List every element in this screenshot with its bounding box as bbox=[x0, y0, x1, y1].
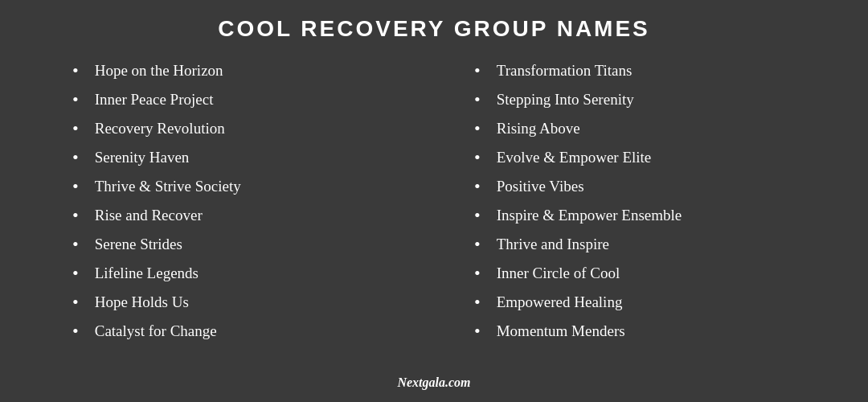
list-item: • Inspire & Empower Ensemble bbox=[434, 201, 836, 230]
bullet-icon: • bbox=[72, 263, 79, 284]
item-text: Hope Holds Us bbox=[95, 293, 189, 311]
bullet-icon: • bbox=[72, 176, 79, 197]
list-item: • Rising Above bbox=[434, 114, 836, 143]
item-text: Inspire & Empower Ensemble bbox=[497, 207, 682, 224]
bullet-icon: • bbox=[474, 321, 481, 342]
bullet-icon: • bbox=[474, 118, 481, 139]
bullet-icon: • bbox=[72, 60, 79, 81]
item-text: Catalyst for Change bbox=[95, 322, 217, 340]
list-item: • Thrive & Strive Society bbox=[32, 172, 434, 201]
left-column: • Hope on the Horizon • Inner Peace Proj… bbox=[32, 56, 434, 371]
bullet-icon: • bbox=[474, 292, 481, 313]
list-item: • Hope on the Horizon bbox=[32, 56, 434, 85]
item-text: Momentum Menders bbox=[497, 322, 625, 340]
item-text: Transformation Titans bbox=[497, 62, 633, 80]
bullet-icon: • bbox=[72, 205, 79, 226]
item-text: Positive Vibes bbox=[497, 178, 584, 195]
bullet-icon: • bbox=[474, 234, 481, 255]
item-text: Stepping Into Serenity bbox=[497, 91, 634, 109]
item-text: Serene Strides bbox=[95, 236, 182, 253]
list-item: • Lifeline Legends bbox=[32, 259, 434, 288]
content-columns: • Hope on the Horizon • Inner Peace Proj… bbox=[32, 56, 836, 371]
bullet-icon: • bbox=[72, 89, 79, 110]
footer-credit: Nextgala.com bbox=[32, 371, 836, 390]
item-text: Lifeline Legends bbox=[95, 265, 199, 282]
item-text: Hope on the Horizon bbox=[95, 62, 223, 80]
item-text: Evolve & Empower Elite bbox=[497, 149, 652, 166]
list-item: • Inner Circle of Cool bbox=[434, 259, 836, 288]
list-item: • Inner Peace Project bbox=[32, 85, 434, 114]
main-container: COOL RECOVERY GROUP NAMES • Hope on the … bbox=[0, 0, 868, 402]
item-text: Serenity Haven bbox=[95, 149, 190, 166]
item-text: Thrive and Inspire bbox=[497, 236, 609, 253]
bullet-icon: • bbox=[474, 263, 481, 284]
bullet-icon: • bbox=[474, 205, 481, 226]
item-text: Recovery Revolution bbox=[95, 120, 225, 137]
item-text: Rise and Recover bbox=[95, 207, 203, 224]
list-item: • Rise and Recover bbox=[32, 201, 434, 230]
list-item: • Empowered Healing bbox=[434, 288, 836, 317]
list-item: • Positive Vibes bbox=[434, 172, 836, 201]
item-text: Inner Peace Project bbox=[95, 91, 214, 109]
bullet-icon: • bbox=[72, 292, 79, 313]
right-column: • Transformation Titans • Stepping Into … bbox=[434, 56, 836, 371]
item-text: Rising Above bbox=[497, 120, 580, 137]
list-item: • Recovery Revolution bbox=[32, 114, 434, 143]
bullet-icon: • bbox=[474, 176, 481, 197]
item-text: Empowered Healing bbox=[497, 293, 623, 311]
list-item: • Momentum Menders bbox=[434, 317, 836, 346]
list-item: • Serenity Haven bbox=[32, 143, 434, 172]
bullet-icon: • bbox=[474, 147, 481, 168]
bullet-icon: • bbox=[72, 147, 79, 168]
bullet-icon: • bbox=[474, 60, 481, 81]
list-item: • Serene Strides bbox=[32, 230, 434, 259]
item-text: Inner Circle of Cool bbox=[497, 265, 620, 282]
list-item: • Catalyst for Change bbox=[32, 317, 434, 346]
bullet-icon: • bbox=[72, 321, 79, 342]
list-item: • Evolve & Empower Elite bbox=[434, 143, 836, 172]
list-item: • Hope Holds Us bbox=[32, 288, 434, 317]
list-item: • Transformation Titans bbox=[434, 56, 836, 85]
list-item: • Thrive and Inspire bbox=[434, 230, 836, 259]
bullet-icon: • bbox=[72, 234, 79, 255]
bullet-icon: • bbox=[474, 89, 481, 110]
page-title: COOL RECOVERY GROUP NAMES bbox=[32, 16, 836, 42]
bullet-icon: • bbox=[72, 118, 79, 139]
item-text: Thrive & Strive Society bbox=[95, 178, 241, 195]
list-item: • Stepping Into Serenity bbox=[434, 85, 836, 114]
